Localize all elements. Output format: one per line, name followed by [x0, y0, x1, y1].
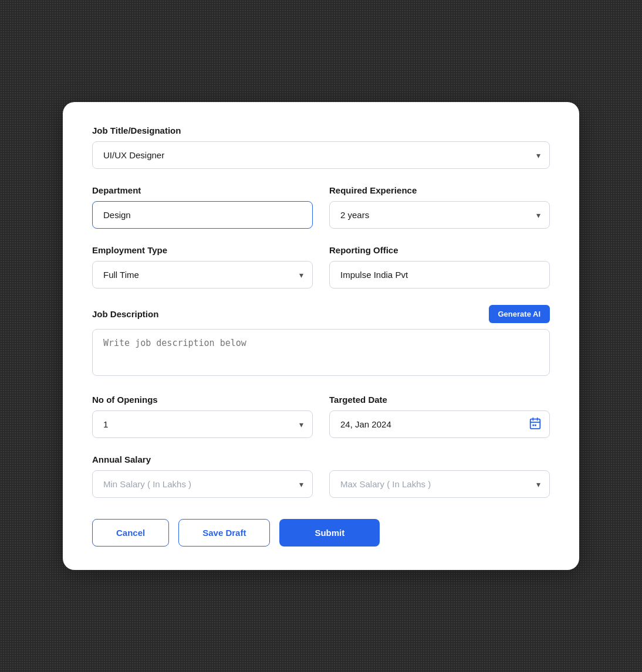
required-experience-label: Required Experience [329, 185, 550, 195]
no-of-openings-field-group: No of Openings 1 2 3 4 5 10 [92, 395, 313, 438]
job-description-textarea[interactable] [92, 329, 550, 376]
required-experience-select-wrapper: 1 year 2 years 3 years 4 years 5+ years [329, 201, 550, 229]
job-title-label: Job Title/Designation [92, 125, 550, 135]
employment-office-row: Employment Type Full Time Part Time Cont… [92, 245, 550, 289]
annual-salary-field-group: Annual Salary Min Salary ( In Lakhs ) 23… [92, 454, 550, 498]
employment-type-field-group: Employment Type Full Time Part Time Cont… [92, 245, 313, 289]
employment-type-select-wrapper: Full Time Part Time Contract Internship [92, 261, 313, 289]
department-label: Department [92, 185, 313, 195]
form-card: Job Title/Designation UI/UX Designer Sof… [63, 102, 579, 570]
no-of-openings-select[interactable]: 1 2 3 4 5 10 [92, 410, 313, 438]
min-salary-select-wrapper: Min Salary ( In Lakhs ) 2345 67810 [92, 470, 313, 498]
reporting-office-input[interactable] [329, 261, 550, 289]
salary-row: Min Salary ( In Lakhs ) 2345 67810 Max S… [92, 470, 550, 498]
max-salary-select[interactable]: Max Salary ( In Lakhs ) 581012 1520 [329, 470, 550, 498]
department-input[interactable] [92, 201, 313, 229]
job-title-select-wrapper: UI/UX Designer Software Engineer Product… [92, 141, 550, 169]
no-of-openings-label: No of Openings [92, 395, 313, 405]
required-experience-field-group: Required Experience 1 year 2 years 3 yea… [329, 185, 550, 229]
targeted-date-field-group: Targeted Date [329, 395, 550, 438]
save-draft-button[interactable]: Save Draft [178, 519, 270, 547]
reporting-office-label: Reporting Office [329, 245, 550, 255]
job-title-field-group: Job Title/Designation UI/UX Designer Sof… [92, 125, 550, 169]
annual-salary-label: Annual Salary [92, 454, 550, 464]
cancel-button[interactable]: Cancel [92, 519, 169, 547]
employment-type-label: Employment Type [92, 245, 313, 255]
openings-date-row: No of Openings 1 2 3 4 5 10 Targeted Dat… [92, 395, 550, 438]
department-field-group: Department [92, 185, 313, 229]
job-description-header: Job Description Generate AI [92, 305, 550, 323]
targeted-date-label: Targeted Date [329, 395, 550, 405]
job-description-field-group: Job Description Generate AI [92, 305, 550, 378]
max-salary-select-wrapper: Max Salary ( In Lakhs ) 581012 1520 [329, 470, 550, 498]
targeted-date-input[interactable] [329, 410, 550, 438]
generate-ai-button[interactable]: Generate AI [489, 305, 550, 323]
reporting-office-field-group: Reporting Office [329, 245, 550, 289]
targeted-date-wrapper [329, 410, 550, 438]
job-description-label: Job Description [92, 309, 158, 319]
no-of-openings-select-wrapper: 1 2 3 4 5 10 [92, 410, 313, 438]
submit-button[interactable]: Submit [279, 519, 380, 547]
job-title-select[interactable]: UI/UX Designer Software Engineer Product… [92, 141, 550, 169]
action-buttons: Cancel Save Draft Submit [92, 519, 550, 547]
min-salary-select[interactable]: Min Salary ( In Lakhs ) 2345 67810 [92, 470, 313, 498]
employment-type-select[interactable]: Full Time Part Time Contract Internship [92, 261, 313, 289]
dept-experience-row: Department Required Experience 1 year 2 … [92, 185, 550, 229]
required-experience-select[interactable]: 1 year 2 years 3 years 4 years 5+ years [329, 201, 550, 229]
